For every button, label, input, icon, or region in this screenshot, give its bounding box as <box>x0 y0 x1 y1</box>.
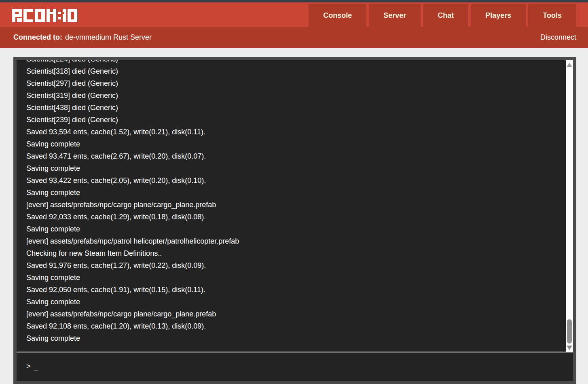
log-line: Saved 93,422 ents, cache(2.05), write(0.… <box>26 174 573 187</box>
nav-tabs: ConsoleServerChatPlayersTools <box>306 4 576 27</box>
console-scrollbar[interactable] <box>566 60 573 352</box>
log-line: [event] assets/prefabs/npc/patrol helico… <box>26 235 573 247</box>
log-line: Scientist[224] died (Generic) <box>26 60 573 65</box>
main-content: Scientist[224] died (Generic)Scientist[3… <box>0 57 588 384</box>
log-line: Checking for new Steam Item Definitions.… <box>26 247 573 259</box>
log-line: Scientist[438] died (Generic) <box>26 102 573 114</box>
log-line: Scientist[319] died (Generic) <box>26 89 573 102</box>
log-line: Saving complete <box>26 296 573 308</box>
log-line: Scientist[318] died (Generic) <box>26 65 573 77</box>
connection-status: Connected to:de-vmmedium Rust Server <box>13 33 152 42</box>
log-line: Saving complete <box>26 223 573 235</box>
console-panel: Scientist[224] died (Generic)Scientist[3… <box>13 57 576 384</box>
connection-label: Connected to: <box>13 33 62 41</box>
log-line: Saving complete <box>26 187 573 199</box>
scrollbar-thumb[interactable] <box>567 319 572 344</box>
log-line: Saved 92,033 ents, cache(1.29), write(0.… <box>26 211 573 223</box>
log-line: Saved 93,471 ents, cache(2.67), write(0.… <box>26 150 573 162</box>
log-lines: Scientist[224] died (Generic)Scientist[3… <box>17 60 573 344</box>
server-name: de-vmmedium Rust Server <box>65 33 152 41</box>
disconnect-link[interactable]: Disconnect <box>540 33 576 42</box>
console-input-row[interactable]: > _ <box>17 352 573 380</box>
log-line: [event] assets/prefabs/npc/cargo plane/c… <box>26 199 573 211</box>
tab-players[interactable]: Players <box>471 4 526 27</box>
log-line: Saving complete <box>26 162 573 174</box>
log-line: Saved 93,594 ents, cache(1.52), write(0.… <box>26 126 573 138</box>
log-line: Scientist[239] died (Generic) <box>26 114 573 126</box>
console-cursor: _ <box>34 362 38 371</box>
app-header: ConsoleServerChatPlayersTools <box>0 2 588 27</box>
log-line: Saved 92,108 ents, cache(1.20), write(0.… <box>26 320 573 332</box>
connection-bar: Connected to:de-vmmedium Rust Server Dis… <box>0 27 588 48</box>
log-line: Saving complete <box>26 272 573 284</box>
log-line: Saving complete <box>26 332 573 344</box>
tab-console[interactable]: Console <box>309 4 366 27</box>
log-line: [event] assets/prefabs/npc/cargo plane/c… <box>26 308 573 320</box>
log-line: Saving complete <box>26 138 573 150</box>
scrollbar-up-arrow-icon[interactable] <box>567 63 572 67</box>
console-log[interactable]: Scientist[224] died (Generic)Scientist[3… <box>17 60 573 352</box>
log-line: Saved 91,976 ents, cache(1.27), write(0.… <box>26 259 573 272</box>
log-line: Saved 92,050 ents, cache(1.91), write(0.… <box>26 284 573 296</box>
tab-server[interactable]: Server <box>369 4 421 27</box>
scrollbar-down-arrow-icon[interactable] <box>567 346 572 350</box>
tab-tools[interactable]: Tools <box>528 4 576 27</box>
rcon-io-logo-icon <box>12 9 77 22</box>
log-line: Scientist[297] died (Generic) <box>26 77 573 89</box>
tab-chat[interactable]: Chat <box>423 4 468 27</box>
console-prompt: > <box>26 362 31 371</box>
app-logo[interactable] <box>12 9 77 22</box>
